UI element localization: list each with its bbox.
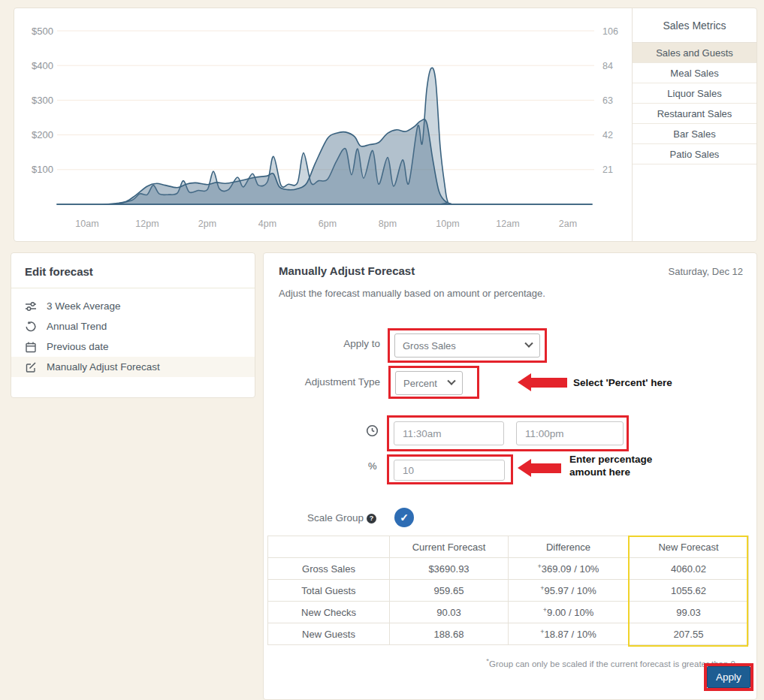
row-label: Total Guests	[268, 580, 390, 602]
end-time-input[interactable]	[516, 421, 624, 445]
forecast-table-body: Gross Sales$3690.93+369.09 / 10%4060.02T…	[268, 558, 749, 645]
adjustment-type-label: Adjustment Type	[264, 376, 380, 388]
sales-metrics-item[interactable]: Restaurant Sales	[633, 104, 756, 124]
table-row: New Checks90.03+9.00 / 10%99.03	[268, 602, 749, 623]
clock-icon	[366, 424, 379, 440]
apply-button-highlight: Apply	[704, 663, 753, 691]
adjustment-type-select[interactable]: Percent	[395, 371, 463, 395]
edit-forecast-item-label: Manually Adjust Forecast	[47, 361, 160, 373]
current-forecast-value: 90.03	[390, 602, 509, 623]
svg-text:4pm: 4pm	[258, 219, 276, 229]
percent-annotation: Select 'Percent' here	[573, 376, 672, 389]
svg-text:$500: $500	[32, 26, 53, 37]
percent-symbol: %	[368, 460, 377, 472]
svg-text:$100: $100	[32, 164, 53, 175]
table-header-cell	[268, 536, 390, 558]
manually-adjust-panel: Manually Adjust Forecast Saturday, Dec 1…	[263, 252, 757, 700]
new-forecast-value: 99.03	[629, 602, 749, 623]
row-label: Gross Sales	[268, 558, 390, 580]
apply-to-highlight: Gross Sales	[388, 328, 547, 363]
svg-text:10am: 10am	[75, 219, 98, 229]
sales-metrics-title: Sales Metrics	[633, 8, 756, 43]
apply-to-select[interactable]: Gross Sales	[394, 333, 540, 358]
apply-to-value: Gross Sales	[403, 340, 456, 352]
scale-group-label: Scale Group?	[264, 512, 376, 523]
table-header-cell: Current Forecast	[390, 536, 509, 558]
difference-value: +18.87 / 10%	[509, 623, 629, 645]
svg-text:$200: $200	[32, 129, 53, 140]
scale-group-footnote: *Group can only be scaled if the current…	[486, 656, 735, 668]
forecast-table: Current ForecastDifferenceNew Forecast G…	[267, 536, 749, 645]
svg-text:8pm: 8pm	[379, 219, 397, 229]
sales-chart-panel: $500106$40084$30063$20042$1002110am12pm2…	[14, 8, 757, 242]
table-header-cell: Difference	[509, 536, 629, 558]
svg-text:$300: $300	[32, 95, 53, 106]
difference-value: +369.09 / 10%	[509, 558, 629, 580]
percent-amount-input[interactable]	[394, 460, 505, 481]
sales-metrics-item[interactable]: Bar Sales	[633, 124, 756, 144]
adjust-panel-date: Saturday, Dec 12	[669, 266, 743, 277]
edit-forecast-item[interactable]: 3 Week Average	[11, 296, 255, 316]
sales-chart: $500106$40084$30063$20042$1002110am12pm2…	[14, 8, 632, 241]
svg-text:84: 84	[602, 61, 613, 71]
row-label: New Checks	[268, 602, 390, 623]
start-time-input[interactable]	[394, 421, 504, 445]
edit-forecast-item-label: 3 Week Average	[47, 300, 121, 312]
current-forecast-value: 959.65	[390, 580, 509, 602]
sales-metrics-menu: Sales Metrics Sales and GuestsMeal Sales…	[632, 8, 756, 241]
edit-forecast-item-label: Annual Trend	[47, 321, 107, 332]
edit-forecast-title: Edit forecast	[11, 253, 255, 288]
edit-forecast-item[interactable]: Annual Trend	[11, 316, 255, 336]
svg-text:106: 106	[602, 26, 618, 37]
table-row: Total Guests959.65+95.97 / 10%1055.62	[268, 580, 749, 602]
left-arrow-annotation-icon	[518, 459, 561, 477]
edit-forecast-list: 3 Week AverageAnnual TrendPrevious dateM…	[11, 288, 255, 377]
svg-text:2am: 2am	[559, 219, 577, 229]
sales-metrics-item[interactable]: Meal Sales	[633, 63, 756, 83]
calendar-icon	[25, 341, 37, 353]
new-forecast-value: 1055.62	[629, 580, 749, 602]
edit-forecast-item-label: Previous date	[47, 341, 109, 352]
sliders-icon	[25, 300, 37, 312]
apply-button[interactable]: Apply	[707, 666, 750, 688]
time-range-highlight	[387, 415, 629, 451]
sales-metrics-item[interactable]: Liquor Sales	[633, 83, 756, 104]
table-row: New Guests188.68+18.87 / 10%207.55	[268, 623, 749, 645]
svg-text:42: 42	[602, 130, 613, 140]
svg-text:$400: $400	[32, 60, 53, 71]
forecast-table-header: Current ForecastDifferenceNew Forecast	[268, 536, 749, 558]
left-arrow-annotation-icon	[518, 373, 567, 391]
svg-text:12am: 12am	[496, 219, 519, 229]
apply-to-label: Apply to	[264, 338, 380, 349]
row-label: New Guests	[268, 623, 390, 645]
history-icon	[25, 321, 37, 333]
chevron-down-icon	[524, 339, 533, 348]
edit-forecast-item[interactable]: Previous date	[11, 336, 255, 357]
edit-forecast-item[interactable]: Manually Adjust Forecast	[11, 357, 255, 377]
sales-metrics-item[interactable]: Patio Sales	[633, 144, 756, 164]
scale-group-toggle[interactable]: ✓	[394, 508, 414, 527]
svg-text:21: 21	[602, 164, 613, 175]
svg-text:6pm: 6pm	[319, 219, 337, 229]
help-icon[interactable]: ?	[367, 514, 376, 523]
forecast-app: $500106$40084$30063$20042$1002110am12pm2…	[0, 0, 764, 700]
svg-text:63: 63	[602, 95, 613, 106]
adjustment-type-value: Percent	[403, 378, 437, 389]
sales-metrics-list: Sales and GuestsMeal SalesLiquor SalesRe…	[633, 43, 756, 164]
difference-value: +9.00 / 10%	[509, 602, 629, 623]
svg-text:10pm: 10pm	[436, 219, 459, 229]
adjust-panel-title: Manually Adjust Forecast	[279, 264, 415, 277]
table-row: Gross Sales$3690.93+369.09 / 10%4060.02	[268, 558, 749, 580]
new-forecast-value: 4060.02	[629, 558, 749, 580]
svg-text:2pm: 2pm	[198, 219, 216, 229]
difference-value: +95.97 / 10%	[509, 580, 629, 602]
new-forecast-value: 207.55	[629, 623, 749, 645]
svg-text:12pm: 12pm	[135, 219, 159, 229]
current-forecast-value: 188.68	[390, 623, 509, 645]
adjust-panel-subtitle: Adjust the forecast manually based on am…	[279, 288, 545, 299]
percent-amount-highlight	[387, 454, 513, 484]
chevron-down-icon	[447, 377, 455, 385]
amount-annotation: Enter percentage amount here	[569, 453, 652, 478]
sales-metrics-item[interactable]: Sales and Guests	[633, 43, 756, 63]
current-forecast-value: $3690.93	[390, 558, 509, 580]
